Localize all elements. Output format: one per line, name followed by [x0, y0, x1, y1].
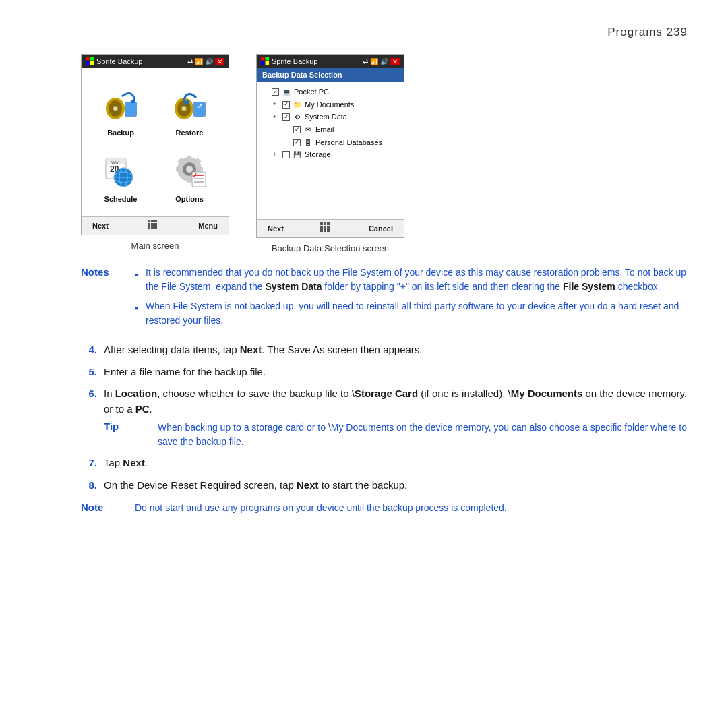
- next-button-backup[interactable]: Next: [268, 224, 284, 233]
- step-num-5: 5.: [81, 365, 97, 380]
- note-single-text: Do not start and use any programs on you…: [135, 501, 688, 515]
- step-8: 8. On the Device Reset Required screen, …: [81, 478, 688, 493]
- step-text-4: After selecting data items, tap Next. Th…: [104, 342, 688, 358]
- note-single-label: Note: [81, 501, 135, 515]
- main-icons-grid: Backup: [88, 75, 222, 210]
- step-num-6: 6.: [81, 386, 97, 417]
- backup-screen-container: Sprite Backup ⇄ 📶 🔊 ✕ Backup Data Select…: [256, 54, 404, 253]
- windows-flag-icon-2: [261, 57, 269, 66]
- tree-row-mydocs: + ✓ 📁 My Documents: [273, 98, 398, 111]
- options-icon-item: Options: [160, 148, 218, 203]
- step-text-5: Enter a file name for the backup file.: [104, 365, 688, 380]
- step-num-7: 7.: [81, 456, 97, 471]
- backup-tree: - ✓ 💻 Pocket PC + ✓ 📁 My Documents +: [257, 82, 404, 165]
- grid-icon-2: [320, 222, 332, 235]
- tip-section: Tip When backing up to a storage card or…: [104, 421, 688, 449]
- backup-titlebar-icons: ⇄ 📶 🔊 ✕: [363, 58, 400, 65]
- menu-button-main[interactable]: Menu: [198, 222, 218, 230]
- bullet-dot-2: ▪: [135, 301, 140, 328]
- main-screen-label: Main screen: [131, 241, 179, 251]
- restore-icon: [168, 82, 211, 125]
- tree-row-pocketpc: - ✓ 💻 Pocket PC: [262, 86, 398, 98]
- svg-rect-39: [261, 57, 265, 61]
- svg-point-7: [114, 107, 117, 111]
- tip-label: Tip: [104, 421, 158, 449]
- tree-spacer: [257, 165, 404, 219]
- schedule-icon: MAY 20: [99, 148, 142, 191]
- backup-screen-label: Backup Data Selection screen: [272, 243, 389, 253]
- tip-text: When backing up to a storage card or to …: [158, 421, 688, 449]
- windows-flag-icon: [86, 57, 94, 66]
- main-screen-phone: Sprite Backup ⇄ 📶 🔊 ✕: [81, 54, 229, 235]
- tree-row-email: ✓ ✉ Email: [284, 123, 398, 136]
- svg-rect-1: [90, 57, 94, 61]
- svg-rect-10: [126, 103, 135, 115]
- step-num-8: 8.: [81, 478, 97, 493]
- svg-rect-40: [266, 57, 270, 61]
- step-4: 4. After selecting data items, tap Next.…: [81, 342, 688, 358]
- backup-title-text: Sprite Backup: [272, 57, 317, 65]
- step-text-6: In Location, choose whether to save the …: [104, 386, 688, 417]
- cancel-button-backup[interactable]: Cancel: [369, 224, 393, 233]
- schedule-icon-item: MAY 20 Schedule: [92, 148, 150, 203]
- titlebar-icons: ⇄ 📶 🔊 ✕: [187, 58, 224, 65]
- restore-icon-item: Restore: [160, 82, 218, 137]
- backup-icon: [99, 82, 142, 125]
- step-7: 7. Tap Next.: [81, 456, 688, 471]
- backup-bottombar: Next Cancel: [257, 219, 404, 237]
- step-6: 6. In Location, choose whether to save t…: [81, 386, 688, 417]
- note-bullet-2: ▪ When File System is not backed up, you…: [135, 299, 688, 328]
- restore-label: Restore: [176, 129, 204, 137]
- grid-icon: [148, 220, 160, 232]
- main-bottombar: Next Menu: [82, 216, 229, 235]
- step-text-7: Tap Next.: [104, 456, 688, 471]
- note-text-1: It is recommended that you do not back u…: [146, 266, 688, 294]
- bullet-dot-1: ▪: [135, 268, 140, 294]
- note-single-section: Note Do not start and use any programs o…: [81, 501, 688, 515]
- backup-titlebar: Sprite Backup ⇄ 📶 🔊 ✕: [257, 55, 404, 68]
- schedule-label: Schedule: [104, 195, 138, 203]
- svg-rect-30: [187, 177, 191, 183]
- notes-bullets: ▪ It is recommended that you do not back…: [135, 266, 688, 333]
- svg-rect-0: [86, 57, 90, 61]
- backup-label: Backup: [107, 129, 134, 137]
- tree-row-storage: + 💾 Storage: [273, 148, 398, 161]
- svg-rect-2: [86, 61, 90, 65]
- svg-rect-29: [187, 156, 191, 161]
- svg-rect-41: [261, 61, 265, 65]
- main-phone-body: Backup: [82, 68, 229, 216]
- page-number: Programs 239: [607, 26, 688, 39]
- svg-rect-17: [195, 103, 204, 115]
- tree-row-sysdata: + ✓ ⚙ System Data: [273, 111, 398, 123]
- svg-rect-31: [176, 167, 181, 171]
- step-5: 5. Enter a file name for the backup file…: [81, 365, 688, 380]
- svg-point-14: [183, 107, 186, 111]
- options-icon: [168, 148, 211, 191]
- note-text-2: When File System is not backed up, you w…: [146, 299, 688, 328]
- svg-rect-42: [266, 61, 270, 65]
- svg-rect-3: [90, 61, 94, 65]
- backup-data-header: Backup Data Selection: [257, 68, 404, 82]
- next-button-main[interactable]: Next: [92, 222, 109, 230]
- step-num-4: 4.: [81, 342, 97, 358]
- screenshots-row: Sprite Backup ⇄ 📶 🔊 ✕: [81, 54, 688, 253]
- backup-icon-item: Backup: [92, 82, 150, 137]
- svg-point-28: [186, 166, 193, 173]
- options-label: Options: [175, 195, 204, 203]
- notes-label: Notes: [81, 266, 135, 333]
- step-text-8: On the Device Reset Required screen, tap…: [104, 478, 688, 493]
- svg-rect-35: [192, 172, 206, 187]
- main-title-text: Sprite Backup: [96, 57, 142, 65]
- notes-section: Notes ▪ It is recommended that you do no…: [81, 266, 688, 333]
- note-bullet-1: ▪ It is recommended that you do not back…: [135, 266, 688, 294]
- tree-row-personaldb: ✓ 🗄 Personal Databases: [284, 136, 398, 149]
- main-titlebar: Sprite Backup ⇄ 📶 🔊 ✕: [82, 55, 229, 68]
- svg-rect-32: [198, 167, 203, 171]
- backup-screen-phone: Sprite Backup ⇄ 📶 🔊 ✕ Backup Data Select…: [256, 54, 404, 238]
- main-screen-container: Sprite Backup ⇄ 📶 🔊 ✕: [81, 54, 229, 253]
